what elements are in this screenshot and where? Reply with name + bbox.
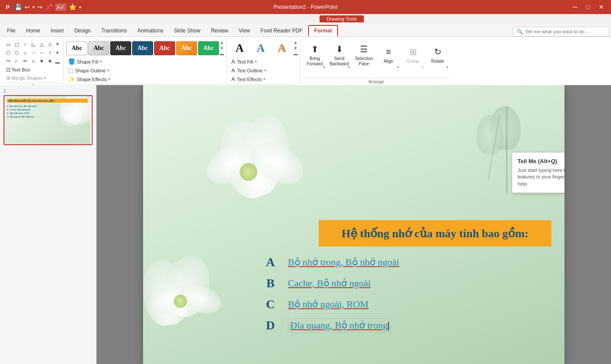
tab-review[interactable]: Review	[205, 25, 233, 36]
close-icon[interactable]: ✕	[595, 3, 607, 11]
send-backward-button[interactable]: ⬇ Send Backward ▾	[328, 40, 351, 70]
selection-pane-button[interactable]: ☰ Selection Pane	[352, 40, 375, 70]
shapes-dropdown[interactable]: ▬	[55, 60, 60, 64]
shapes-scroll-down[interactable]: ▼	[55, 50, 60, 55]
send-backward-dropdown[interactable]: ▾	[348, 65, 350, 69]
text-box-button[interactable]: ⊡ Text Box	[4, 66, 48, 74]
shape-style-6[interactable]: Abc	[176, 41, 197, 55]
shape-outline-dropdown[interactable]: ▾	[108, 68, 109, 72]
wordart-more[interactable]: ▬	[294, 52, 298, 56]
triangle-btn[interactable]: △	[38, 40, 46, 48]
text-fill-dropdown[interactable]: ▾	[255, 60, 257, 64]
diamond-btn[interactable]: ◇	[46, 40, 54, 48]
tab-animations[interactable]: Animations	[132, 25, 169, 36]
tab-insert[interactable]: Insert	[45, 25, 69, 36]
bring-forward-button[interactable]: ⬆ Bring Forward ▾	[303, 40, 326, 70]
text-outline-dropdown[interactable]: ▾	[264, 68, 266, 72]
align-dropdown[interactable]: ▾	[397, 65, 399, 69]
smiley-btn[interactable]: ☺	[29, 57, 37, 65]
freeform-btn[interactable]: ✏	[21, 57, 29, 65]
spelling-icon[interactable]: A✓	[55, 4, 67, 11]
tooltip-description: Just start typing here to bring features…	[518, 167, 564, 187]
right-triangle-btn[interactable]: ◺	[29, 40, 37, 48]
star-icon[interactable]: ⭐	[69, 4, 76, 11]
shape-outline-button[interactable]: ⬚ Shape Outline ▾	[66, 66, 224, 75]
shape-effects-dropdown[interactable]: ▾	[108, 77, 110, 81]
wordart-btn-blue[interactable]: A	[251, 40, 271, 56]
double-arrow-btn[interactable]: ↔	[38, 49, 46, 57]
shape-fill-dropdown[interactable]: ▾	[100, 60, 102, 64]
wordart-btn-black[interactable]: A	[230, 40, 250, 56]
slide-thumbnail[interactable]: hệ thống nhớ của máy tính bao gồm A. Bộ …	[4, 95, 93, 145]
tell-me-input[interactable]	[525, 29, 604, 34]
shape-style-1[interactable]: Abc	[66, 41, 87, 55]
align-icon: ≡	[386, 47, 391, 57]
undo-dropdown-icon[interactable]: ▾	[32, 5, 35, 10]
tab-home[interactable]: Home	[21, 25, 45, 36]
group-dropdown[interactable]: ▾	[422, 65, 424, 69]
undo-icon[interactable]: ↩	[25, 4, 30, 11]
rotate-dropdown[interactable]: ▾	[446, 65, 448, 69]
redo-icon[interactable]: ↪	[37, 4, 43, 11]
shape-effects-button[interactable]: ✨ Shape Effects ▾	[66, 75, 224, 83]
hexagon-btn[interactable]: ⬡	[13, 49, 21, 57]
chevron-btn[interactable]: ⌂	[21, 49, 29, 57]
text-effects-dropdown[interactable]: ▾	[263, 77, 265, 81]
save-icon[interactable]: 💾	[14, 4, 22, 11]
bring-forward-dropdown[interactable]: ▾	[323, 65, 325, 69]
group-button[interactable]: ⊞ Group ▾	[402, 40, 424, 70]
wordart-scroll-down[interactable]: ▼	[294, 46, 298, 50]
shape-style-3[interactable]: Abc	[110, 41, 131, 55]
tell-me-container[interactable]: 🔍	[513, 27, 609, 36]
shapes-scroll-up[interactable]: ▲	[55, 41, 60, 46]
shape-style-2[interactable]: Abc	[88, 41, 109, 55]
shape-fill-button[interactable]: 🪣 Shape Fill ▾	[66, 57, 224, 66]
answer-letter-c: C	[262, 297, 279, 311]
style-scroll-down[interactable]: ▼	[220, 46, 224, 50]
shape-style-5[interactable]: Abc	[154, 41, 175, 55]
wordart-btn-orange[interactable]: A	[272, 40, 292, 56]
line-btn[interactable]: /	[46, 49, 54, 57]
text-outline-button[interactable]: A Text Outline ▾	[230, 66, 268, 75]
shape-styles-row: Abc Abc Abc Abc Abc Abc Abc ▲ ▼ ▬	[66, 40, 224, 56]
answer-text-d[interactable]: Đĩa quang, Bộ nhớ trong	[288, 318, 391, 332]
shape-style-7[interactable]: Abc	[198, 41, 219, 55]
pin-icon[interactable]: 📌	[45, 4, 53, 11]
rounded-rect-btn[interactable]: ▢	[13, 40, 21, 48]
text-box-icon: ⊡	[6, 67, 11, 73]
fill-icon: 🪣	[68, 58, 75, 65]
tab-file[interactable]: File	[2, 25, 21, 36]
text-fill-button[interactable]: A Text Fill ▾	[230, 57, 268, 66]
merge-shapes-button[interactable]: ⊕ Merge Shapes ▾	[4, 74, 48, 82]
style-more[interactable]: ▬	[220, 52, 224, 56]
maximize-icon[interactable]: □	[583, 3, 593, 11]
wordart-scroll-up[interactable]: ▲	[294, 40, 298, 45]
style-scroll-up[interactable]: ▲	[220, 40, 224, 45]
tab-transitions[interactable]: Transitions	[96, 25, 132, 36]
merge-shapes-dropdown[interactable]: ▾	[44, 76, 46, 80]
tab-slideshow[interactable]: Slide Show	[169, 25, 205, 36]
curve-btn[interactable]: 〜	[4, 57, 12, 65]
text-effects-button[interactable]: A Text Effects ▾	[230, 75, 268, 83]
minimize-icon[interactable]: ─	[569, 2, 581, 12]
shape-style-4[interactable]: Abc	[132, 41, 153, 55]
star-shape-btn[interactable]: ★	[46, 57, 54, 65]
tab-design[interactable]: Design	[69, 25, 96, 36]
rect-shape-btn[interactable]: ▭	[4, 40, 12, 48]
pentagon-btn[interactable]: ⬠	[4, 49, 12, 57]
customize-dropdown-icon[interactable]: ▾	[79, 5, 81, 10]
tab-format[interactable]: Format	[308, 25, 338, 36]
canvas-area: Hệ thống nhớ của máy tính bao gồm: A Bộ …	[97, 85, 611, 364]
elbow-btn[interactable]: ⌐	[13, 57, 21, 65]
tab-view[interactable]: View	[234, 25, 255, 36]
rotate-button[interactable]: ↻ Rotate ▾	[426, 40, 449, 70]
rotate-icon: ↻	[434, 46, 442, 57]
tab-foxit[interactable]: Foxit Reader PDF	[255, 25, 308, 36]
heart-btn[interactable]: ♥	[38, 57, 46, 65]
arrow-btn[interactable]: →	[29, 49, 37, 57]
align-button[interactable]: ≡ Align ▾	[377, 40, 400, 70]
circle-btn[interactable]: ○	[21, 40, 29, 48]
answer-letter-a: A	[262, 255, 279, 269]
slide-canvas[interactable]: Hệ thống nhớ của máy tính bao gồm: A Bộ …	[143, 85, 564, 364]
slide-title-box[interactable]: Hệ thống nhớ của máy tính bao gồm:	[319, 220, 551, 246]
